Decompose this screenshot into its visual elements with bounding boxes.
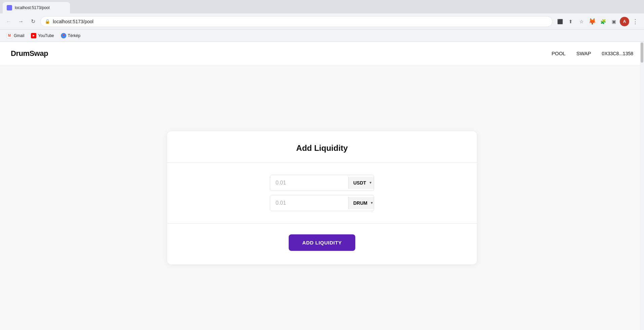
gmail-favicon: M: [7, 33, 12, 38]
app-nav: POOL SWAP 0X33C8...1358: [551, 51, 633, 56]
nav-pool-link[interactable]: POOL: [551, 51, 566, 56]
address-bar[interactable]: 🔒 localhost:5173/pool: [40, 16, 552, 27]
app-logo[interactable]: DrumSwap: [11, 49, 48, 58]
token2-input-row: DRUM ▼: [270, 195, 374, 211]
bookmark-youtube[interactable]: ▶ YouTube: [28, 32, 57, 40]
card-body: USDT ▼ DRUM ▼: [167, 163, 477, 223]
add-liquidity-button[interactable]: ADD LIQUIDITY: [289, 234, 355, 251]
token2-amount-input[interactable]: [270, 195, 348, 211]
bookmark-gmail-label: Gmail: [14, 33, 24, 38]
reload-button[interactable]: ↻: [28, 17, 38, 26]
bookmark-star-btn[interactable]: ☆: [577, 17, 586, 26]
bookmark-youtube-label: YouTube: [38, 33, 54, 38]
token2-selector[interactable]: DRUM ▼: [348, 197, 374, 209]
token1-input-row: USDT ▼: [270, 175, 374, 191]
bookmark-gmail[interactable]: M Gmail: [4, 32, 27, 40]
wallet-address[interactable]: 0X33C8...1358: [602, 51, 633, 56]
token1-symbol: USDT: [353, 180, 366, 186]
app-wrapper: DrumSwap POOL SWAP 0X33C8...1358 Add Liq…: [0, 42, 644, 330]
app-main: Add Liquidity USDT ▼ DRUM: [0, 65, 644, 330]
token1-chevron-icon: ▼: [369, 181, 372, 185]
forward-button[interactable]: →: [16, 17, 26, 26]
scrollbar-thumb[interactable]: [641, 42, 643, 63]
share-icon-btn[interactable]: ⬆: [566, 17, 575, 26]
scrollbar-track[interactable]: [640, 42, 644, 330]
card-title-section: Add Liquidity: [167, 131, 477, 162]
profile-btn[interactable]: A: [620, 17, 629, 26]
fox-icon-btn[interactable]: 🦊: [587, 17, 597, 26]
bookmark-terkep-label: Térkép: [68, 33, 80, 38]
menu-btn[interactable]: ⋮: [631, 17, 640, 26]
tab-favicon: [7, 5, 12, 10]
url-text: localhost:5173/pool: [53, 19, 94, 24]
browser-tab-active[interactable]: localhost:5173/pool: [3, 2, 70, 13]
back-button[interactable]: ←: [4, 17, 13, 26]
app-header: DrumSwap POOL SWAP 0X33C8...1358: [0, 42, 644, 65]
sidebar-toggle-btn[interactable]: ▣: [609, 17, 618, 26]
browser-chrome: localhost:5173/pool ← → ↻ 🔒 localhost:51…: [0, 0, 644, 42]
liquidity-card: Add Liquidity USDT ▼ DRUM: [167, 131, 477, 264]
maps-favicon: 📍: [61, 33, 66, 38]
browser-nav-bar: ← → ↻ 🔒 localhost:5173/pool ⬛ ⬆ ☆ 🦊 🧩 ▣ …: [0, 13, 644, 30]
screenshot-icon-btn[interactable]: ⬛: [555, 17, 565, 26]
bookmark-terkep[interactable]: 📍 Térkép: [58, 32, 83, 40]
token1-selector[interactable]: USDT ▼: [348, 177, 374, 189]
nav-swap-link[interactable]: SWAP: [576, 51, 591, 56]
token2-chevron-icon: ▼: [370, 201, 373, 205]
puzzle-icon-btn[interactable]: 🧩: [598, 17, 608, 26]
browser-tab-bar: localhost:5173/pool: [0, 0, 644, 13]
nav-right-icons: ⬛ ⬆ ☆ 🦊 🧩 ▣ A ⋮: [555, 17, 640, 26]
lock-icon: 🔒: [45, 19, 50, 24]
youtube-favicon: ▶: [31, 33, 36, 38]
token1-amount-input[interactable]: [270, 175, 348, 191]
tab-title: localhost:5173/pool: [15, 5, 66, 10]
card-title: Add Liquidity: [181, 143, 463, 153]
bookmarks-bar: M Gmail ▶ YouTube 📍 Térkép: [0, 30, 644, 42]
card-action-section: ADD LIQUIDITY: [167, 224, 477, 251]
token2-symbol: DRUM: [353, 200, 367, 206]
